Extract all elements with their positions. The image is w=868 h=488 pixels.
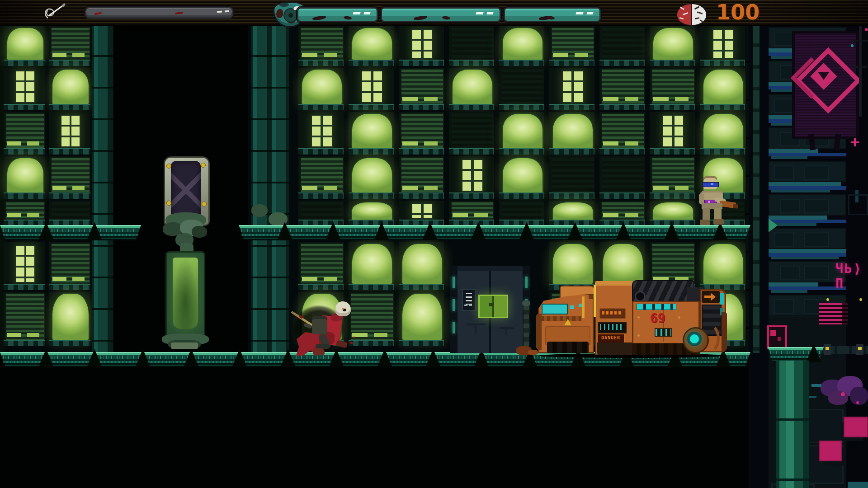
vehicle-windshield bbox=[542, 304, 568, 314]
city-lit-band bbox=[771, 190, 830, 192]
window-shutter bbox=[5, 202, 45, 221]
enemy-boot bbox=[713, 219, 724, 225]
city-bottom-teal bbox=[848, 482, 868, 488]
support-column bbox=[776, 361, 809, 488]
window-dark bbox=[451, 27, 494, 61]
window-sill bbox=[49, 340, 90, 346]
window-sill bbox=[298, 60, 344, 66]
moss-clump bbox=[251, 204, 268, 217]
window-sill bbox=[549, 192, 594, 199]
vehicle-port bbox=[655, 328, 672, 337]
shutter-lit-slat bbox=[424, 141, 438, 145]
city-lit-band bbox=[769, 286, 846, 290]
player-character[interactable] bbox=[289, 296, 355, 359]
window-dark bbox=[501, 202, 544, 221]
stat-bar-dash bbox=[586, 12, 593, 14]
danger-label: DANGER bbox=[598, 334, 624, 341]
magenta-block bbox=[844, 417, 868, 437]
brain-crack bbox=[697, 11, 703, 14]
window-arch-lit bbox=[52, 69, 90, 105]
window-sill bbox=[49, 60, 90, 66]
pipe-bracket-light bbox=[826, 347, 829, 350]
window-sill bbox=[700, 104, 745, 110]
brain-crack bbox=[679, 17, 684, 19]
window-sill bbox=[399, 60, 444, 66]
window-sill bbox=[349, 148, 394, 155]
platform-notch bbox=[87, 349, 102, 367]
danger-sign: DANGER bbox=[597, 333, 625, 343]
window-arch-lit bbox=[351, 202, 393, 221]
window-dark bbox=[601, 157, 645, 193]
window-sill bbox=[499, 192, 544, 199]
city-floor-window bbox=[774, 232, 794, 247]
window-arch-lit bbox=[552, 202, 594, 221]
window-cross-lit bbox=[15, 70, 35, 103]
city-floor-window bbox=[774, 99, 794, 113]
window-sill bbox=[349, 192, 394, 199]
magenta-block bbox=[819, 441, 842, 461]
window-sill bbox=[599, 148, 645, 155]
window-sill bbox=[49, 192, 90, 199]
enemy-rear-arm bbox=[699, 193, 704, 204]
hazard-triangle bbox=[564, 319, 571, 325]
billboard bbox=[792, 31, 859, 139]
shutter-lit-slat bbox=[424, 97, 438, 101]
vehicle-mast-top bbox=[522, 300, 530, 306]
window-sill bbox=[700, 60, 745, 66]
window-dark bbox=[501, 69, 544, 105]
neon-sign-pixel bbox=[778, 337, 781, 341]
stat-bar-dash bbox=[476, 12, 483, 14]
window-arch-lit bbox=[602, 243, 644, 285]
window-arch-lit bbox=[6, 157, 44, 193]
platform-notch bbox=[422, 222, 438, 240]
shutter-lit-slat bbox=[402, 141, 418, 145]
window-shutter bbox=[601, 202, 645, 221]
antenna-light bbox=[865, 28, 868, 31]
rivet bbox=[637, 316, 640, 319]
shutter-lit-slat bbox=[72, 186, 85, 190]
city-lit-band bbox=[771, 223, 816, 226]
door-keypad bbox=[462, 289, 476, 311]
door-keypad-dash bbox=[469, 305, 472, 306]
shutter-lit-slat bbox=[603, 141, 618, 145]
bolt-icon bbox=[201, 163, 206, 168]
player-boot bbox=[336, 340, 348, 348]
window-sill bbox=[650, 192, 695, 199]
bar-end-dash bbox=[225, 10, 229, 13]
building-left-edge bbox=[0, 25, 4, 353]
game-viewport[interactable]: DANGER69 bbox=[0, 0, 868, 488]
player-eye-glint bbox=[342, 308, 344, 310]
window-sill bbox=[4, 340, 45, 346]
vehicle-number: 69 bbox=[650, 311, 671, 325]
window-dark bbox=[551, 157, 594, 193]
door-handle bbox=[489, 303, 494, 306]
enemy-soldier[interactable] bbox=[697, 175, 738, 228]
window-arch-lit bbox=[6, 27, 44, 61]
window-arch-lit bbox=[703, 69, 744, 105]
hud-bar: 100 bbox=[0, 0, 868, 26]
shutter-lit-slat bbox=[374, 333, 387, 337]
door-groove bbox=[475, 324, 476, 333]
shutter-lit-slat bbox=[52, 186, 66, 190]
platform-ticks bbox=[3, 361, 748, 363]
city-lit-band bbox=[769, 253, 846, 257]
platform-notch bbox=[38, 222, 54, 240]
antenna-crossbar bbox=[853, 40, 868, 42]
stat-bar bbox=[504, 7, 601, 22]
window-cross-lit bbox=[411, 29, 433, 59]
window-sill bbox=[399, 148, 444, 155]
window-sill bbox=[349, 60, 394, 66]
platform-ticks bbox=[3, 229, 138, 232]
gadget-dot bbox=[708, 201, 710, 203]
shutter-lit-slat bbox=[653, 97, 669, 101]
city-floor-window bbox=[804, 165, 829, 180]
window-sill bbox=[349, 284, 394, 290]
billboard-logo-triangle bbox=[818, 72, 829, 80]
statue-base-slab bbox=[171, 343, 198, 349]
window-sill bbox=[549, 148, 594, 155]
stat-bar-scratch bbox=[312, 15, 326, 20]
vehicle-yellow-edge bbox=[594, 285, 596, 317]
stat-bar-scratch bbox=[414, 15, 428, 20]
bolt-icon bbox=[202, 202, 207, 206]
shutter-lit-slat bbox=[7, 141, 21, 145]
